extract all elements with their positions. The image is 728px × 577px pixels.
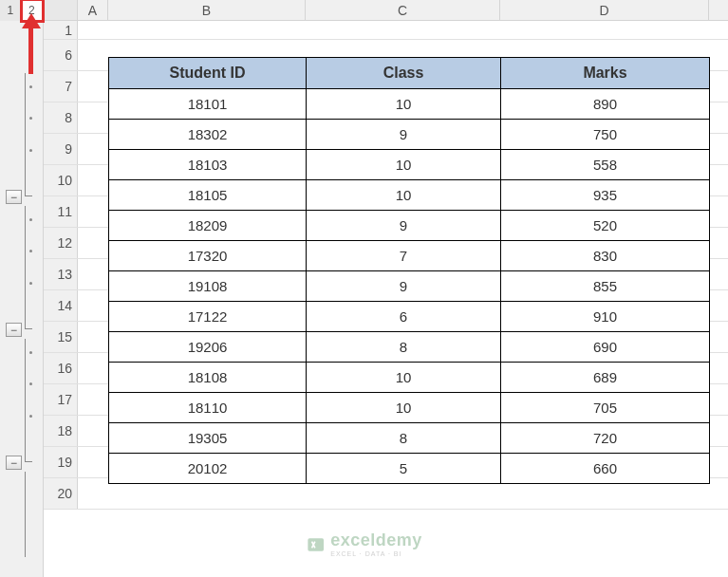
table-row: 173207830 (109, 241, 710, 271)
cell[interactable]: 10 (307, 89, 501, 120)
outline-dot (29, 351, 32, 354)
outline-dot (29, 250, 32, 252)
table-row: 1810510935 (109, 180, 710, 211)
outline-dot (29, 218, 32, 221)
cell[interactable]: 19108 (109, 271, 307, 302)
column-header-c[interactable]: C (306, 0, 500, 20)
table-row: 183029750 (109, 120, 710, 150)
row-header[interactable]: 9 (44, 134, 78, 164)
cell[interactable]: 690 (501, 332, 710, 363)
cell[interactable]: 20102 (109, 454, 307, 484)
annotation-arrow (28, 27, 33, 74)
cell[interactable]: 7 (307, 241, 501, 271)
cell[interactable]: 17320 (109, 241, 307, 271)
row-header[interactable]: 6 (44, 40, 78, 70)
outline-dot (29, 415, 32, 418)
outline-collapse-button[interactable]: − (6, 456, 22, 470)
row-header[interactable]: 8 (44, 102, 78, 133)
table-row: 1811010705 (109, 393, 710, 423)
cell[interactable]: 8 (307, 423, 501, 454)
row-header[interactable]: 10 (44, 165, 78, 195)
row-header[interactable]: 13 (44, 259, 78, 289)
cell[interactable]: 520 (501, 211, 710, 241)
cell[interactable]: 9 (307, 271, 501, 302)
outline-bracket (25, 73, 32, 196)
column-header-d[interactable]: D (500, 0, 709, 20)
cell[interactable]: 10 (307, 150, 501, 180)
outline-level-1[interactable]: 1 (0, 0, 22, 21)
outline-dot (29, 282, 32, 285)
cell[interactable]: 558 (501, 150, 710, 180)
cell[interactable]: 18103 (109, 150, 307, 180)
cell[interactable]: 18108 (109, 363, 307, 393)
cell[interactable]: 19206 (109, 332, 307, 363)
table-row: 201025660 (109, 454, 710, 484)
table-row: 193058720 (109, 423, 710, 454)
outline-bracket (25, 206, 32, 329)
column-header-a[interactable]: A (78, 0, 108, 20)
cell[interactable]: 8 (307, 332, 501, 363)
cell[interactable]: 18105 (109, 180, 307, 211)
column-header-b[interactable]: B (108, 0, 306, 20)
cell[interactable]: 720 (501, 423, 710, 454)
cell[interactable]: 935 (501, 180, 710, 211)
cell[interactable]: 18101 (109, 89, 307, 120)
cell[interactable]: 705 (501, 393, 710, 423)
cell[interactable]: 5 (307, 454, 501, 484)
cell[interactable]: 890 (501, 89, 710, 120)
cell[interactable]: 855 (501, 271, 710, 302)
cell[interactable]: 910 (501, 302, 710, 332)
outline-collapse-button[interactable]: − (6, 190, 22, 204)
table-row: 192068690 (109, 332, 710, 363)
outline-pane: 1 2 − − − (0, 0, 44, 577)
outline-dot (29, 117, 32, 120)
cell[interactable]: 10 (307, 180, 501, 211)
row-header[interactable]: 20 (44, 478, 78, 509)
table-row: 191089855 (109, 271, 710, 302)
data-table: Student ID Class Marks 1810110890 183029… (108, 57, 710, 484)
outline-body: − − − (0, 21, 44, 577)
cell[interactable]: 10 (307, 363, 501, 393)
outline-dot (29, 382, 32, 385)
outline-bracket (25, 339, 32, 462)
cell[interactable]: 9 (307, 211, 501, 241)
row-header[interactable]: 7 (44, 71, 78, 102)
table-row: 1810810689 (109, 363, 710, 393)
row-header[interactable]: 17 (44, 384, 78, 415)
cell[interactable]: 19305 (109, 423, 307, 454)
table-row: 171226910 (109, 302, 710, 332)
header-class[interactable]: Class (307, 58, 501, 89)
row-header[interactable]: 15 (44, 322, 78, 352)
row-header[interactable]: 1 (44, 21, 78, 39)
table-header-row: Student ID Class Marks (109, 58, 710, 89)
cell[interactable]: 660 (501, 454, 710, 484)
outline-dot (29, 149, 32, 152)
cell[interactable]: 18110 (109, 393, 307, 423)
outline-bracket (25, 472, 32, 557)
outline-collapse-button[interactable]: − (6, 323, 22, 337)
cell[interactable]: 18302 (109, 120, 307, 150)
table-row: 1810310558 (109, 150, 710, 180)
row-header[interactable]: 18 (44, 416, 78, 446)
row-header[interactable]: 14 (44, 290, 78, 321)
select-all-corner[interactable] (44, 0, 78, 20)
header-marks[interactable]: Marks (501, 58, 710, 89)
cell[interactable]: 689 (501, 363, 710, 393)
cell[interactable]: 9 (307, 120, 501, 150)
column-headers: A B C D (44, 0, 728, 21)
cell[interactable]: 17122 (109, 302, 307, 332)
header-student-id[interactable]: Student ID (109, 58, 307, 89)
outline-dot (29, 85, 32, 88)
cell[interactable]: 750 (501, 120, 710, 150)
cell[interactable]: 830 (501, 241, 710, 271)
row-header[interactable]: 19 (44, 447, 78, 477)
cell[interactable]: 10 (307, 393, 501, 423)
row-header[interactable]: 11 (44, 196, 78, 227)
row-header[interactable]: 12 (44, 228, 78, 258)
table-row: 1810110890 (109, 89, 710, 120)
cell[interactable]: 18209 (109, 211, 307, 241)
row-header[interactable]: 16 (44, 353, 78, 383)
table-row: 182099520 (109, 211, 710, 241)
cell[interactable]: 6 (307, 302, 501, 332)
